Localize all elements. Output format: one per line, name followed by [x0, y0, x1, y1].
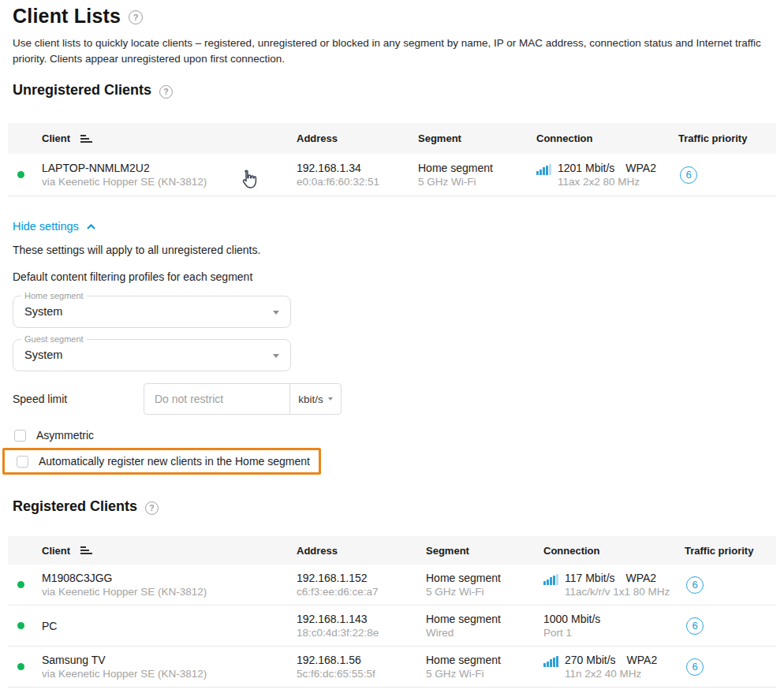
connection-speed: 117 Mbit/s — [565, 572, 615, 584]
client-mac: 5c:f6:dc:65:55:5f — [297, 667, 426, 681]
chevron-up-icon — [86, 223, 96, 230]
client-segment: Home segment — [426, 571, 543, 585]
client-mac: e0:0a:f6:60:32:51 — [297, 175, 418, 189]
traffic-priority-badge[interactable]: 6 — [686, 617, 704, 635]
auto-register-checkbox[interactable] — [17, 456, 28, 468]
chevron-down-icon — [328, 397, 333, 401]
column-traffic-priority: Traffic priority — [678, 132, 776, 144]
table-header-row: Client Address Segment Connection Traffi… — [8, 123, 776, 154]
client-mac: c6:f3:ee:d6:ce:a7 — [297, 585, 426, 599]
auto-register-checkbox-row[interactable]: Automatically register new clients in th… — [17, 455, 310, 468]
client-via: via Keenetic Hopper SE (KN-3812) — [42, 175, 297, 189]
registered-clients-heading: Registered Clients — [13, 498, 137, 515]
client-name: LAPTOP-NNMLM2U2 — [42, 161, 297, 175]
table-header-row: Client Address Segment Connection Traffi… — [8, 536, 776, 565]
sort-icon[interactable] — [79, 133, 94, 144]
table-row[interactable]: M1908C3JGG via Keenetic Hopper SE (KN-38… — [8, 565, 776, 606]
client-name: PC — [42, 619, 297, 633]
table-row[interactable]: Samsung TV via Keenetic Hopper SE (KN-38… — [8, 647, 776, 688]
registered-clients-table: Client Address Segment Connection Traffi… — [8, 536, 776, 688]
help-icon[interactable]: ? — [129, 10, 143, 24]
client-lists-page: Client Lists ? Use client lists to quick… — [0, 0, 784, 697]
table-row[interactable]: PC 192.168.1.143 18:c0:4d:3f:22:8e Home … — [8, 606, 776, 647]
connection-detail: 11ac/k/r/v 1x1 80 MHz — [565, 585, 670, 599]
column-segment: Segment — [426, 545, 543, 557]
column-client: Client — [42, 132, 70, 144]
connection-speed: 270 Mbit/s — [565, 654, 616, 666]
client-ip: 192.168.1.56 — [297, 653, 426, 667]
column-address: Address — [297, 545, 426, 557]
sort-icon[interactable] — [79, 545, 94, 556]
client-mac: 18:c0:4d:3f:22:8e — [297, 626, 426, 640]
wifi-signal-icon — [543, 656, 558, 668]
online-status-dot — [17, 171, 24, 178]
client-name: M1908C3JGG — [42, 571, 297, 585]
online-status-dot — [17, 663, 24, 670]
column-address: Address — [297, 132, 418, 144]
page-title: Client Lists — [13, 5, 121, 28]
column-connection: Connection — [536, 132, 678, 144]
hide-settings-label: Hide settings — [13, 220, 79, 233]
auto-register-label: Automatically register new clients in th… — [39, 455, 310, 468]
client-ip: 192.168.1.143 — [297, 612, 426, 626]
asymmetric-checkbox-row[interactable]: Asymmetric — [14, 429, 784, 442]
home-segment-profile-select[interactable]: Home segment System — [13, 296, 291, 328]
guest-segment-profile-select[interactable]: Guest segment System — [13, 339, 291, 371]
help-icon[interactable]: ? — [159, 85, 173, 99]
table-row[interactable]: LAPTOP-NNMLM2U2 via Keenetic Hopper SE (… — [8, 154, 776, 196]
chevron-down-icon — [273, 311, 279, 315]
traffic-priority-badge[interactable]: 6 — [680, 166, 697, 184]
home-segment-select-label: Home segment — [21, 291, 87, 300]
column-segment: Segment — [418, 132, 536, 144]
annotation-highlight-box: Automatically register new clients in th… — [2, 448, 321, 475]
client-ip: 192.168.1.152 — [297, 571, 426, 585]
chevron-down-icon — [273, 354, 279, 358]
wifi-signal-icon — [536, 164, 551, 176]
client-segment: Home segment — [418, 161, 536, 175]
connection-detail: Port 1 — [543, 626, 600, 640]
client-via: via Keenetic Hopper SE (KN-3812) — [42, 667, 297, 681]
guest-segment-select-value: System — [24, 348, 62, 361]
client-name: Samsung TV — [42, 653, 297, 667]
hide-settings-toggle[interactable]: Hide settings — [13, 220, 784, 233]
speed-limit-label: Speed limit — [13, 393, 144, 405]
unregistered-clients-heading: Unregistered Clients — [13, 82, 151, 99]
online-status-dot — [17, 622, 24, 629]
home-segment-select-value: System — [24, 305, 62, 318]
guest-segment-select-label: Guest segment — [21, 334, 87, 344]
asymmetric-checkbox[interactable] — [14, 430, 26, 442]
traffic-priority-badge[interactable]: 6 — [686, 658, 704, 676]
connection-detail: 11n 2x2 40 MHz — [565, 667, 657, 681]
speed-limit-input[interactable] — [144, 383, 290, 415]
online-status-dot — [17, 581, 24, 588]
traffic-priority-badge[interactable]: 6 — [686, 576, 704, 594]
connection-speed: 1000 Mbit/s — [543, 613, 600, 625]
asymmetric-label: Asymmetric — [36, 429, 94, 442]
client-segment: Home segment — [426, 612, 543, 626]
speed-unit-value: kbit/s — [298, 393, 323, 405]
connection-security: WPA2 — [626, 572, 657, 584]
settings-description: These settings will apply to all unregis… — [13, 244, 784, 256]
connection-security: WPA2 — [627, 654, 658, 666]
client-via: via Keenetic Hopper SE (KN-3812) — [42, 585, 297, 599]
connection-security: WPA2 — [625, 162, 656, 174]
wifi-signal-icon — [543, 574, 558, 586]
speed-unit-select[interactable]: kbit/s — [289, 383, 342, 415]
column-traffic-priority: Traffic priority — [685, 545, 776, 557]
connection-detail: 11ax 2x2 80 MHz — [558, 175, 656, 189]
client-network: 5 GHz Wi-Fi — [426, 667, 543, 681]
column-client: Client — [42, 545, 70, 557]
client-ip: 192.168.1.34 — [297, 161, 418, 175]
client-network: 5 GHz Wi-Fi — [426, 585, 543, 599]
help-icon[interactable]: ? — [145, 501, 159, 515]
intro-text: Use client lists to quickly locate clien… — [13, 35, 771, 67]
client-network: Wired — [426, 626, 543, 640]
connection-speed: 1201 Mbit/s — [558, 162, 614, 174]
unregistered-clients-table: Client Address Segment Connection Traffi… — [8, 123, 776, 196]
client-segment: Home segment — [426, 653, 543, 667]
client-network: 5 GHz Wi-Fi — [418, 175, 536, 189]
column-connection: Connection — [543, 545, 685, 557]
profiles-label: Default content filtering profiles for e… — [13, 270, 784, 283]
